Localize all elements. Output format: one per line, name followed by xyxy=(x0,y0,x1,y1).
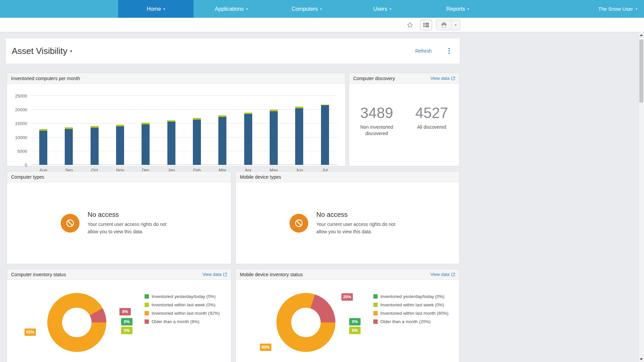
bar-segment-blue xyxy=(218,117,226,165)
panel-title: Computer types xyxy=(11,174,44,180)
nav-item-label: Reports xyxy=(446,6,465,12)
nav-item-computers[interactable]: Computers ▾ xyxy=(269,0,344,18)
bar-segment-blue xyxy=(91,128,99,165)
bar-chart-plot xyxy=(31,96,338,165)
donut-percent-badge: 0% xyxy=(349,318,361,325)
legend-swatch xyxy=(145,303,149,307)
legend-swatch xyxy=(373,294,378,299)
panel-header: Computer inventory status View data xyxy=(7,269,231,280)
bar-column xyxy=(164,96,179,165)
dashboard-title-card: Asset Visibility ▾ Refresh xyxy=(5,38,460,64)
legend-item: Inventoried within last month (92%) xyxy=(145,311,220,316)
no-access-title: No access xyxy=(316,211,401,219)
bar xyxy=(218,96,226,165)
nav-item-users[interactable]: Users ▾ xyxy=(344,0,420,18)
panel-header: Mobile device types xyxy=(236,172,459,182)
favorite-star-button[interactable] xyxy=(404,20,416,30)
kebab-menu-icon[interactable] xyxy=(447,47,451,55)
stat-non-inventoried: 3489 Non inventoried discovered xyxy=(349,105,404,137)
bar xyxy=(321,96,329,165)
chart-legend: Inventoried yesterday/today (0%)Inventor… xyxy=(145,294,220,324)
nav-item-home[interactable]: Home ▾ xyxy=(118,0,194,18)
view-data-link[interactable]: View data xyxy=(202,272,227,277)
y-axis-tick: 15000 xyxy=(8,121,27,126)
list-view-icon xyxy=(423,22,429,27)
user-menu[interactable]: The Snow User ▾ xyxy=(598,0,637,18)
title-dropdown-caret[interactable]: ▾ xyxy=(70,49,72,54)
no-access-block: No access Your current user access right… xyxy=(7,182,231,264)
bar-segment-blue xyxy=(65,129,73,165)
legend-swatch xyxy=(145,311,149,315)
panel-mobile-device-types: Mobile device types No access Your curre… xyxy=(235,171,460,264)
donut-chart-area: 20%0%0%80% Inventoried yesterday/today (… xyxy=(236,280,459,362)
secondary-toolbar: ▾ xyxy=(0,18,644,32)
view-data-link[interactable]: View data xyxy=(430,76,455,81)
donut-percent-badge: 0% xyxy=(349,327,361,334)
panel-header: Computer discovery View data xyxy=(349,73,459,84)
top-nav: Home ▾ Applications ▾ Computers ▾ Users … xyxy=(0,0,644,18)
bar xyxy=(193,96,201,165)
legend-item: Older than a month (8%) xyxy=(145,319,220,324)
no-access-icon xyxy=(289,214,308,233)
bar xyxy=(39,96,47,165)
nav-item-reports[interactable]: Reports ▾ xyxy=(420,0,495,18)
bar-column xyxy=(291,96,307,165)
bar-column xyxy=(266,96,281,165)
bar-column xyxy=(138,96,153,165)
chevron-down-icon: ▾ xyxy=(389,7,391,11)
discovery-stats: 3489 Non inventoried discovered 4527 All… xyxy=(349,84,459,137)
legend-swatch xyxy=(373,311,378,315)
no-access-message: Your current user access rights do not a… xyxy=(88,221,172,235)
panel-title: Inventoried computers per month xyxy=(11,76,80,81)
legend-label: Older than a month (8%) xyxy=(152,319,199,324)
bar xyxy=(116,96,124,165)
legend-label: Inventoried within last month (80%) xyxy=(380,311,448,316)
panel-title: Computer discovery xyxy=(353,76,395,81)
print-dropdown-button[interactable]: ▾ xyxy=(451,20,460,30)
donut-chart xyxy=(276,293,335,352)
bar-segment-blue xyxy=(142,124,150,165)
legend-item: Inventoried within last month (80%) xyxy=(373,311,448,316)
print-button[interactable] xyxy=(436,20,451,30)
stat-label: Non inventoried discovered xyxy=(352,124,402,137)
view-data-link[interactable]: View data xyxy=(430,272,455,277)
bar-column xyxy=(215,96,230,165)
toolbar-button-group: ▾ xyxy=(404,20,460,30)
legend-swatch xyxy=(145,294,149,299)
bar xyxy=(295,96,303,165)
legend-label: Inventoried within last month (92%) xyxy=(152,311,220,316)
scroll-up-arrow[interactable] xyxy=(639,32,644,38)
legend-item: Inventoried yesterday/today (0%) xyxy=(145,294,220,299)
list-view-button[interactable] xyxy=(420,20,432,30)
no-access-title: No access xyxy=(88,211,172,219)
bar-segment-blue xyxy=(116,126,124,165)
legend-label: Older than a month (20%) xyxy=(380,319,431,324)
legend-label: Inventoried within last week (0%) xyxy=(152,302,215,307)
external-link-icon xyxy=(223,273,227,277)
chevron-down-icon: ▾ xyxy=(320,7,322,11)
nav-menu: Home ▾ Applications ▾ Computers ▾ Users … xyxy=(118,0,495,18)
nav-item-label: Computers xyxy=(291,6,318,12)
legend-label: Inventoried within last week (0%) xyxy=(380,302,444,307)
bar xyxy=(142,96,150,165)
stat-label: All discovered xyxy=(407,124,457,130)
chevron-down-icon: ▾ xyxy=(163,7,165,11)
nav-item-applications[interactable]: Applications ▾ xyxy=(194,0,269,18)
donut-percent-badge: 0% xyxy=(121,318,132,325)
bar-chart: 0500010000150002000025000 AugSepOctNovDe… xyxy=(7,84,345,173)
scrollbar-thumb[interactable] xyxy=(639,40,643,103)
legend-swatch xyxy=(145,319,149,324)
bar xyxy=(244,96,252,165)
y-axis-tick: 0 xyxy=(8,163,27,168)
bar xyxy=(65,96,73,165)
refresh-button[interactable]: Refresh xyxy=(415,48,432,54)
legend-label: Inventoried yesterday/today (0%) xyxy=(152,294,216,299)
page-title: Asset Visibility xyxy=(12,46,67,56)
vertical-scrollbar[interactable] xyxy=(638,32,644,362)
legend-swatch xyxy=(373,303,378,307)
bar-column xyxy=(240,96,256,165)
scroll-down-arrow[interactable] xyxy=(639,356,644,362)
bar-segment-blue xyxy=(167,122,175,165)
bar-segment-blue xyxy=(39,131,47,165)
panel-title: Mobile device inventory status xyxy=(240,272,303,277)
